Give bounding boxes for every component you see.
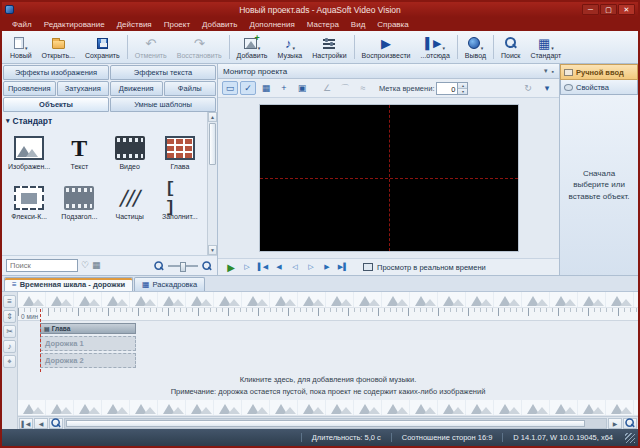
track-manager-icon[interactable]: ≡ bbox=[3, 295, 16, 308]
menu-wizards[interactable]: Мастера bbox=[301, 20, 345, 29]
object-item-placeholder[interactable]: Заполнит... bbox=[155, 186, 205, 220]
refresh-icon[interactable]: ↻ bbox=[520, 81, 536, 95]
scrollbar-thumb[interactable] bbox=[66, 420, 585, 427]
track-1[interactable]: Дорожка 1 bbox=[40, 336, 136, 351]
maximize-button[interactable]: ▢ bbox=[600, 4, 617, 15]
standard-section-header[interactable]: ▾ Стандарт bbox=[2, 112, 207, 128]
zoom-in-icon[interactable] bbox=[202, 261, 212, 271]
tab-motion[interactable]: Движения bbox=[110, 81, 163, 96]
grid-overlay-icon[interactable]: ▦ bbox=[258, 81, 274, 95]
play-button[interactable]: ▶ bbox=[224, 261, 238, 274]
timestamp-value[interactable]: 0 bbox=[437, 83, 457, 94]
skip-to-start-button[interactable]: ▌◀ bbox=[256, 261, 270, 274]
video-preview[interactable] bbox=[260, 105, 518, 251]
menu-add[interactable]: Добавить bbox=[196, 20, 243, 29]
open-button[interactable]: Открыть... bbox=[37, 32, 80, 62]
tab-timeline-tracks[interactable]: ≡ Временная шкала - дорожки bbox=[4, 277, 133, 291]
path-tool-icon[interactable]: ≈ bbox=[355, 81, 371, 95]
realtime-preview-label[interactable]: Просмотр в реальном времени bbox=[377, 263, 486, 272]
object-item-chapter[interactable]: Глава bbox=[155, 136, 205, 170]
tab-properties[interactable]: Свойства bbox=[560, 80, 638, 95]
scroll-down-icon[interactable]: ▼ bbox=[208, 245, 217, 255]
close-button[interactable]: ✕ bbox=[618, 4, 635, 15]
step-forward-button[interactable]: ▶ bbox=[320, 261, 334, 274]
menu-addons[interactable]: Дополнения bbox=[243, 20, 300, 29]
scroll-left-button[interactable]: ◀ bbox=[34, 418, 48, 429]
favorites-icon[interactable]: ♡ bbox=[81, 261, 89, 270]
chevron-down-icon[interactable]: ▾ bbox=[544, 67, 548, 75]
timeline-zoom-out-button[interactable] bbox=[49, 418, 63, 429]
tab-text-effects[interactable]: Эффекты текста bbox=[110, 65, 216, 80]
scrollbar-thumb[interactable] bbox=[209, 123, 216, 165]
object-item-image[interactable]: Изображен... bbox=[4, 136, 54, 170]
search-input[interactable] bbox=[6, 259, 78, 272]
skip-to-end-button[interactable]: ▶▌ bbox=[336, 261, 350, 274]
play-from-here-button[interactable]: ▌▶▾ ...отсюда bbox=[416, 32, 455, 62]
angle-tool-icon[interactable]: ∠ bbox=[319, 81, 335, 95]
tab-fade-out[interactable]: Затухания bbox=[57, 81, 110, 96]
thumbnail-zoom-slider[interactable] bbox=[168, 265, 198, 267]
timestamp-spinner[interactable]: 0 ▴ ▾ bbox=[436, 82, 468, 95]
curve-tool-icon[interactable]: ⌒ bbox=[337, 81, 353, 95]
tab-storyboard[interactable]: ▦ Раскадровка bbox=[134, 277, 205, 291]
titlebar[interactable]: Новый проект.ads - AquaSoft Video Vision… bbox=[2, 2, 638, 17]
track-2[interactable]: Дорожка 2 bbox=[40, 353, 136, 368]
menu-help[interactable]: Справка bbox=[371, 20, 414, 29]
settings-button[interactable]: Настройки bbox=[307, 32, 351, 62]
spin-down-icon[interactable]: ▾ bbox=[458, 88, 467, 94]
snap-tool-icon[interactable]: ⌖ bbox=[3, 355, 16, 368]
timeline-zoom-in-button[interactable] bbox=[623, 418, 637, 429]
add-media-button[interactable]: ▾ Добавить bbox=[232, 32, 273, 62]
object-item-flexi-collage[interactable]: Флекси-К... bbox=[4, 186, 54, 220]
scroll-to-start-button[interactable]: ▌◀ bbox=[19, 418, 33, 429]
redo-button[interactable]: ↷ Восстановить bbox=[172, 32, 227, 62]
zoom-out-icon[interactable] bbox=[154, 261, 164, 271]
music-tool-icon[interactable]: ♪ bbox=[3, 340, 16, 353]
object-item-subtitle[interactable]: Подзагол... bbox=[54, 186, 104, 220]
tab-fade-in[interactable]: Проявления bbox=[3, 81, 56, 96]
scrollbar-track[interactable] bbox=[208, 122, 217, 245]
safe-area-icon[interactable]: ✓ bbox=[240, 81, 256, 95]
frame-icon[interactable]: ▣ bbox=[294, 81, 310, 95]
undo-button[interactable]: ↶ Отменить bbox=[130, 32, 172, 62]
menu-view[interactable]: Вид bbox=[345, 20, 371, 29]
menu-file[interactable]: Файл bbox=[6, 20, 38, 29]
scroll-right-button[interactable]: ▶ bbox=[608, 418, 622, 429]
toolbox-scrollbar[interactable]: ▲ ▼ bbox=[207, 112, 217, 255]
object-item-text[interactable]: Текст bbox=[54, 136, 104, 170]
tab-image-effects[interactable]: Эффекты изображения bbox=[3, 65, 109, 80]
step-back-button[interactable]: ◀ bbox=[272, 261, 286, 274]
chapter-track-item[interactable]: ▤ Глава bbox=[40, 323, 136, 334]
display-mode-icon[interactable]: ▭ bbox=[222, 81, 238, 95]
crosshair-icon[interactable]: + bbox=[276, 81, 292, 95]
new-button[interactable]: ▾ Новый bbox=[5, 32, 37, 62]
cut-tool-icon[interactable]: ✂ bbox=[3, 325, 16, 338]
play-button[interactable]: ▶ Воспроизвести bbox=[357, 32, 416, 62]
tab-manual-input[interactable]: Ручной ввод bbox=[560, 64, 638, 80]
view-mode-icon[interactable]: ▦ bbox=[92, 261, 101, 270]
frame-back-button[interactable]: ◁ bbox=[288, 261, 302, 274]
resize-grip-icon[interactable] bbox=[625, 433, 635, 443]
save-button[interactable]: Сохранить bbox=[80, 32, 125, 62]
standard-layout-button[interactable]: ▦▾ Стандарт bbox=[525, 32, 566, 62]
minimize-button[interactable]: ─ bbox=[582, 4, 599, 15]
object-item-video[interactable]: Видео bbox=[105, 136, 155, 170]
menu-actions[interactable]: Действия bbox=[111, 20, 158, 29]
pin-icon[interactable]: ▪ bbox=[552, 68, 554, 75]
scrollbar-track[interactable] bbox=[64, 418, 607, 429]
move-tool-icon[interactable]: ⇕ bbox=[3, 310, 16, 323]
output-button[interactable]: ▾ Вывод bbox=[460, 32, 491, 62]
music-button[interactable]: ♪▾ Музыка bbox=[273, 32, 308, 62]
timeline-ruler[interactable]: 0 мин bbox=[18, 308, 638, 321]
search-button[interactable]: Поиск bbox=[496, 32, 525, 62]
more-options-icon[interactable]: ▾ bbox=[539, 81, 555, 95]
tab-files[interactable]: Файлы bbox=[164, 81, 217, 96]
frame-forward-button[interactable]: ▷ bbox=[304, 261, 318, 274]
playhead[interactable] bbox=[40, 309, 41, 372]
object-item-particles[interactable]: Частицы bbox=[105, 186, 155, 220]
tab-objects[interactable]: Объекты bbox=[3, 97, 109, 112]
menu-edit[interactable]: Редактирование bbox=[38, 20, 111, 29]
background-music-drop-area[interactable]: Кликните здесь, для добавления фоновой м… bbox=[18, 370, 638, 400]
scroll-up-icon[interactable]: ▲ bbox=[208, 112, 217, 122]
play-selection-button[interactable]: ▷ bbox=[240, 261, 254, 274]
